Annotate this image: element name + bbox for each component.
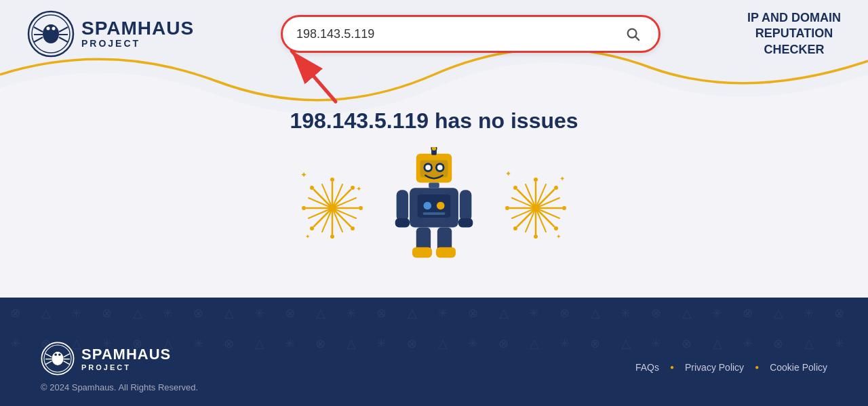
red-arrow — [278, 37, 346, 108]
svg-line-5 — [34, 27, 43, 32]
footer-logo: SPAMHAUS PROJECT © 2024 Spamhaus. All Ri… — [41, 342, 198, 392]
spamhaus-logo-icon — [27, 10, 75, 58]
svg-rect-58 — [397, 190, 408, 222]
header: SPAMHAUS PROJECT IP AND DOMAIN REPUTATIO… — [0, 0, 868, 68]
svg-line-7 — [34, 37, 43, 42]
svg-point-84 — [562, 206, 566, 210]
footer-separator-1: ● — [670, 363, 674, 371]
svg-line-71 — [517, 208, 536, 226]
svg-point-33 — [330, 178, 334, 182]
logo-area: SPAMHAUS PROJECT — [27, 10, 194, 58]
svg-point-48 — [425, 165, 431, 170]
footer-logo-text: SPAMHAUS PROJECT — [81, 346, 171, 371]
svg-line-97 — [45, 354, 52, 357]
svg-point-56 — [437, 202, 445, 210]
footer-link-cookie[interactable]: Cookie Policy — [770, 362, 827, 373]
svg-line-24 — [314, 190, 332, 208]
svg-rect-64 — [412, 247, 432, 258]
svg-point-82 — [534, 178, 538, 182]
svg-line-22 — [314, 208, 332, 226]
search-button[interactable] — [620, 22, 645, 46]
footer-link-privacy[interactable]: Privacy Policy — [685, 362, 744, 373]
svg-point-11 — [47, 27, 50, 31]
footer-separator-2: ● — [755, 363, 759, 371]
svg-line-69 — [536, 208, 554, 226]
svg-point-38 — [310, 226, 314, 230]
search-icon — [625, 26, 640, 41]
svg-line-100 — [64, 354, 70, 357]
svg-point-34 — [351, 186, 355, 190]
robot — [390, 147, 478, 262]
svg-text:✦: ✦ — [505, 169, 511, 178]
logo-project: PROJECT — [81, 38, 194, 49]
svg-point-87 — [513, 226, 517, 230]
svg-point-104 — [58, 354, 61, 357]
svg-text:✦: ✦ — [305, 233, 311, 240]
svg-point-83 — [554, 186, 558, 190]
footer-links: FAQs ● Privacy Policy ● Cookie Policy — [635, 362, 827, 373]
main-content: 198.143.5.119 has no issues — [0, 68, 868, 262]
svg-point-86 — [534, 235, 538, 239]
svg-point-51 — [431, 147, 437, 151]
svg-point-103 — [54, 354, 57, 357]
svg-text:✦: ✦ — [556, 233, 561, 240]
svg-point-49 — [437, 165, 443, 170]
page-title: IP AND DOMAIN REPUTATION CHECKER — [747, 10, 841, 58]
svg-point-89 — [513, 186, 517, 190]
svg-line-99 — [45, 361, 52, 365]
footer-logo-icon — [41, 342, 75, 375]
svg-line-8 — [59, 27, 68, 32]
footer-link-faqs[interactable]: FAQs — [635, 362, 659, 373]
logo-text: SPAMHAUS PROJECT — [81, 19, 194, 49]
svg-line-14 — [635, 37, 639, 40]
svg-line-20 — [332, 208, 351, 226]
footer-copyright: © 2024 Spamhaus. All Rights Reserved. — [41, 382, 198, 392]
svg-point-36 — [351, 226, 355, 230]
footer: ⊗△✳⊗△✳⊗△✳⊗△✳⊗△✳⊗△✳⊗△✳⊗△✳⊗△✳⊗ ✳⊗△✳⊗△✳⊗△✳⊗… — [0, 298, 868, 406]
logo-spamhaus: SPAMHAUS — [81, 19, 194, 38]
svg-point-85 — [554, 226, 558, 230]
svg-point-88 — [505, 206, 509, 210]
svg-line-67 — [536, 190, 554, 208]
svg-point-12 — [52, 27, 56, 31]
footer-content: SPAMHAUS PROJECT © 2024 Spamhaus. All Ri… — [0, 328, 868, 406]
svg-text:✦: ✦ — [300, 170, 307, 180]
svg-point-37 — [330, 235, 334, 239]
footer-spamhaus: SPAMHAUS — [81, 346, 171, 363]
footer-project: PROJECT — [81, 363, 171, 371]
svg-text:✦: ✦ — [356, 185, 361, 192]
svg-rect-65 — [436, 247, 456, 258]
svg-line-102 — [64, 361, 70, 365]
svg-line-16 — [292, 51, 336, 102]
svg-rect-59 — [395, 218, 410, 228]
svg-line-10 — [59, 37, 68, 42]
svg-rect-57 — [422, 212, 445, 215]
svg-point-39 — [302, 206, 306, 210]
svg-rect-52 — [429, 182, 439, 188]
firework-right: ✦ ✦ ✦ — [492, 164, 573, 245]
svg-rect-61 — [458, 218, 473, 228]
svg-line-18 — [332, 190, 351, 208]
svg-point-40 — [310, 186, 314, 190]
svg-line-73 — [517, 190, 536, 208]
result-title: 198.143.5.119 has no issues — [290, 108, 578, 134]
svg-point-55 — [423, 202, 431, 210]
robot-scene: ✦ ✦ ✦ — [295, 147, 573, 262]
svg-point-35 — [359, 206, 363, 210]
svg-rect-60 — [460, 190, 471, 222]
svg-text:✦: ✦ — [559, 175, 565, 182]
firework-left: ✦ ✦ ✦ — [295, 164, 376, 245]
